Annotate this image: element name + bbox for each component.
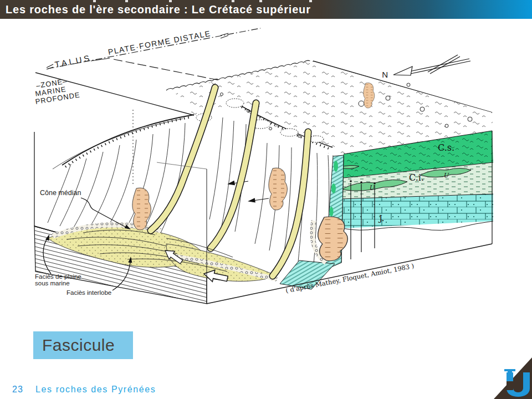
label-cone-median: Cône médian — [40, 189, 81, 197]
label-zone-marine-profonde: –ZONE– MARINE PROFONDE — [32, 75, 80, 106]
page-number: 23 — [12, 385, 23, 395]
header-bar: Les roches de l'ère secondaire : Le Crét… — [0, 0, 532, 19]
label-facies-plaine-2: sous marine — [35, 280, 70, 287]
label-facies-plaine-1: Faciès de plaine — [35, 273, 81, 280]
label-stratum-ci: C.i. — [409, 172, 424, 183]
clipped-text-fragment — [309, 0, 312, 2]
slide-title: Les roches de l'ère secondaire : Le Crét… — [6, 3, 311, 16]
clipped-text-fragment — [259, 0, 262, 2]
clipped-text-fragment — [232, 0, 234, 2]
label-facies-interlobe: Faciès interlobe — [66, 289, 111, 296]
label-stratum-cs: C.s. — [438, 142, 454, 153]
north-label: N — [382, 70, 388, 79]
label-stratum-j: J. — [378, 213, 385, 223]
fascicule-button[interactable]: Fascicule — [33, 331, 133, 359]
label-talus: TALUS — [54, 53, 92, 69]
university-logo — [494, 357, 532, 399]
footer-title: Les roches des Pyrénées — [35, 385, 156, 395]
north-arrow-icon: N — [382, 55, 470, 79]
label-plateforme-distale: PLATE·FORME DISTALE — [108, 29, 212, 57]
logo-i-stem — [507, 381, 513, 390]
stratum-j — [340, 194, 493, 228]
clipped-text-fragment — [125, 0, 128, 2]
clipped-text-fragment — [169, 0, 172, 2]
slide: N TALUS PLATE·FORME DISTALE –ZONE– MARIN… — [0, 0, 532, 399]
clipped-text-fragment — [93, 0, 96, 2]
